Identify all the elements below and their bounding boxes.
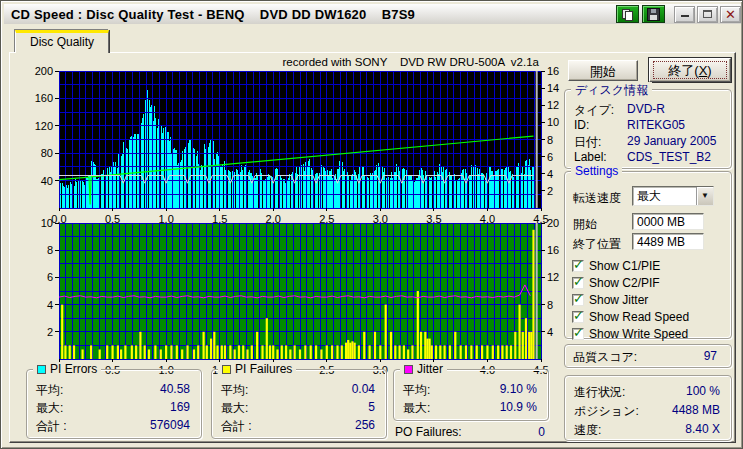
checkbox-box[interactable]: ✓ — [572, 294, 584, 306]
row-label: 最大: — [221, 400, 248, 417]
row-value: 169 — [170, 400, 190, 414]
row-label: 日付: — [574, 134, 601, 151]
transfer-speed-select[interactable]: 最大 ▼ — [632, 186, 714, 206]
checkbox-show-c2-pif[interactable]: ✓Show C2/PIF — [572, 275, 660, 290]
checkbox-show-read-speed[interactable]: ✓Show Read Speed — [572, 309, 689, 324]
pi-failures-stats-box: PI Failures 平均:0.04最大:5合計 :256 — [211, 369, 387, 439]
close-button[interactable]: ✕ — [720, 6, 741, 23]
checkbox-show-write-speed[interactable]: ✓Show Write Speed — [572, 326, 688, 341]
row-value: CDS_TEST_B2 — [627, 150, 711, 164]
svg-text:2: 2 — [47, 326, 53, 338]
pi-errors-legend-swatch — [37, 365, 46, 374]
copy-icon[interactable] — [616, 5, 639, 23]
checkbox-box[interactable]: ✓ — [572, 328, 584, 340]
checkbox-label: Show Read Speed — [589, 310, 689, 324]
info-row: 進行状況:100 % — [574, 384, 722, 400]
info-row: 最大:5 — [221, 400, 377, 416]
info-row: 日付:29 January 2005 — [574, 134, 722, 150]
row-value: 256 — [355, 418, 375, 432]
progress-box: 進行状況:100 %ポジション:4488 MB速度:8.40 X — [564, 375, 732, 441]
row-value: 576094 — [150, 418, 190, 432]
svg-text:6: 6 — [547, 151, 553, 163]
titlebar-tool-icons — [616, 5, 668, 23]
focus-rect — [653, 61, 727, 79]
end-position-label: 終了位置 — [573, 236, 621, 253]
info-row: 平均:9.10 % — [403, 382, 539, 398]
row-label: 合計 : — [221, 418, 252, 435]
row-value: 10.9 % — [500, 400, 537, 414]
row-label: 平均: — [221, 382, 248, 399]
svg-text:200: 200 — [35, 65, 53, 77]
checkbox-show-c1-pie[interactable]: ✓Show C1/PIE — [572, 258, 660, 273]
row-value: 100 % — [686, 384, 720, 398]
svg-text:120: 120 — [35, 120, 53, 132]
checkbox-box[interactable]: ✓ — [572, 311, 584, 323]
tab-label: Disc Quality — [30, 35, 94, 49]
end-position-field[interactable] — [632, 233, 704, 250]
chevron-down-icon[interactable]: ▼ — [696, 187, 713, 205]
tab-disc-quality[interactable]: Disc Quality — [15, 30, 109, 53]
maximize-button[interactable] — [697, 6, 718, 23]
pi-failures-legend-swatch — [222, 365, 231, 374]
minimize-button[interactable] — [674, 6, 695, 23]
row-value: 8.40 X — [685, 422, 720, 436]
info-row: 平均:40.58 — [36, 382, 192, 398]
info-row: ポジション:4488 MB — [574, 403, 722, 419]
svg-text:14: 14 — [547, 82, 559, 94]
row-label: タイプ: — [574, 102, 614, 119]
start-position-field[interactable] — [632, 213, 704, 230]
row-label: ID: — [574, 118, 589, 132]
svg-text:2: 2 — [547, 185, 553, 197]
window-controls: ✕ — [672, 5, 741, 23]
info-row: タイプ:DVD-R — [574, 102, 722, 118]
jitter-legend-label: Jitter — [417, 362, 443, 376]
checkbox-label: Show C1/PIE — [589, 259, 660, 273]
save-icon[interactable] — [642, 5, 665, 23]
row-label: 最大: — [36, 400, 63, 417]
svg-text:40: 40 — [41, 175, 53, 187]
row-value: 29 January 2005 — [627, 134, 716, 148]
checkbox-label: Show C2/PIF — [589, 276, 660, 290]
title-bar[interactable]: CD Speed : Disc Quality Test - BENQ DVD … — [4, 4, 741, 24]
info-row: 平均:0.04 — [221, 382, 377, 398]
svg-text:20: 20 — [547, 217, 559, 229]
row-value: 40.58 — [160, 382, 190, 396]
info-row: 最大:10.9 % — [403, 400, 539, 416]
checkbox-box[interactable]: ✓ — [572, 260, 584, 272]
po-failures-value: 0 — [538, 425, 545, 439]
svg-text:10: 10 — [41, 217, 53, 229]
row-label: Label: — [574, 150, 607, 164]
checkbox-show-jitter[interactable]: ✓Show Jitter — [572, 292, 648, 307]
row-label: 速度: — [574, 422, 601, 439]
row-value: DVD-R — [627, 102, 665, 116]
settings-group: Settings 転送速度 最大 ▼ 開始 終了位置 ✓Show C1/PIE✓… — [564, 171, 732, 339]
row-label: 平均: — [403, 382, 430, 399]
info-row: 最大:169 — [36, 400, 192, 416]
svg-text:16: 16 — [547, 244, 559, 256]
info-row: 合計 :576094 — [36, 418, 192, 434]
info-row: ID:RITEKG05 — [574, 118, 722, 134]
start-button[interactable]: 開始 — [568, 60, 638, 81]
row-label: ポジション: — [574, 403, 639, 420]
jitter-stats-box: Jitter 平均:9.10 %最大:10.9 % — [393, 369, 549, 421]
settings-title: Settings — [571, 164, 622, 178]
svg-text:12: 12 — [547, 99, 559, 111]
disc-info-group: ディスク情報 タイプ:DVD-RID:RITEKG05日付:29 January… — [564, 89, 732, 169]
quality-score-value: 97 — [704, 349, 717, 363]
svg-text:160: 160 — [35, 92, 53, 104]
pi-failures-jitter-chart: 108642201612840.00.51.01.52.02.53.03.54.… — [33, 217, 567, 375]
jitter-legend-swatch — [404, 365, 413, 374]
row-value: 9.10 % — [500, 382, 537, 396]
info-row: 速度:8.40 X — [574, 422, 722, 438]
exit-button[interactable]: 終了(X) — [649, 58, 731, 82]
svg-text:8: 8 — [547, 299, 553, 311]
po-failures-row: PO Failures: 0 — [395, 425, 547, 439]
svg-text:80: 80 — [41, 147, 53, 159]
checkbox-box[interactable]: ✓ — [572, 277, 584, 289]
pi-errors-chart: 20016012080401614121086420.00.51.01.52.0… — [33, 65, 567, 225]
quality-score-label: 品質スコア: — [573, 349, 637, 366]
row-value: RITEKG05 — [627, 118, 685, 132]
window-title: CD Speed : Disc Quality Test - BENQ DVD … — [4, 7, 415, 22]
row-label: 合計 : — [36, 418, 67, 435]
row-value: 4488 MB — [672, 403, 720, 417]
